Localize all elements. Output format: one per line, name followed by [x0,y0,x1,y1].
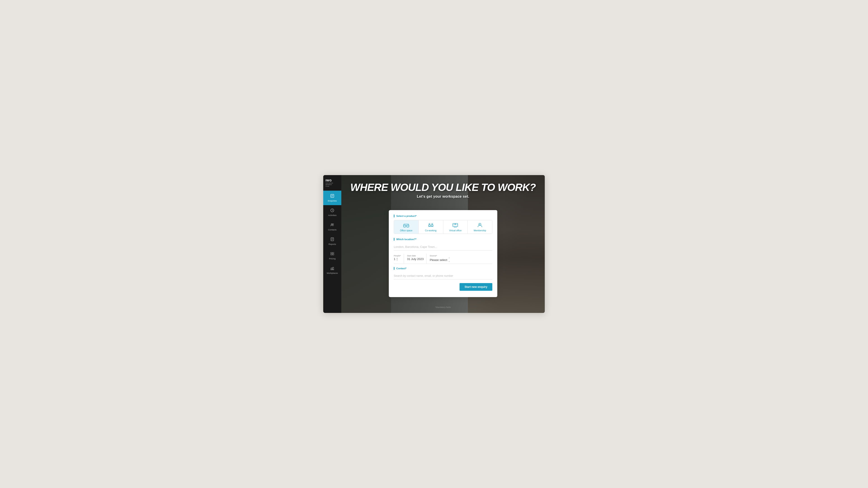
svg-point-37 [432,223,433,225]
pricing-icon [330,252,334,256]
location-input[interactable] [394,243,492,251]
people-value: 1 [394,257,395,261]
row-inputs: People* 1 ▲ ▼ Start date 31 July 2023 [394,254,492,264]
svg-rect-16 [333,254,334,255]
virtual-office-icon [452,223,458,228]
workplaces-icon [330,266,334,271]
svg-rect-20 [403,225,406,227]
svg-rect-15 [331,254,332,255]
tab-office-space-label: Office space [400,229,412,232]
enquiry-form: Select a product* [389,210,497,297]
hero-title: WHERE WOULD YOU LIKE TO WORK? [346,182,540,193]
logo: IWG International Workplace Group [323,175,341,191]
tab-membership[interactable]: Membership [468,220,492,234]
sidebar-item-reports[interactable]: Reports [323,234,341,249]
submit-row: Start new enquiry [394,283,492,291]
svg-line-6 [332,210,333,211]
svg-rect-30 [431,225,433,226]
sidebar-item-enquiries[interactable]: Enquiries [323,191,341,205]
contact-label: Contact* [394,267,492,270]
svg-rect-38 [453,223,458,227]
logo-main: IWG [326,179,332,182]
contact-input[interactable] [394,272,492,280]
start-date-label: Start date [407,255,424,257]
sidebar-item-label: Enquiries [328,199,337,202]
enquiries-icon [330,194,334,199]
start-date-group: Start date 31 July 2023 [404,254,427,264]
tab-office-space[interactable]: Office space [394,220,418,234]
people-down-arrow[interactable]: ▼ [396,259,398,261]
sidebar-item-workplaces[interactable]: Workplaces [323,263,341,278]
svg-rect-21 [407,225,409,227]
svg-rect-17 [331,268,332,270]
tab-virtual-office-label: Virtual office [449,229,462,232]
coworking-icon [428,223,434,228]
source-value: Please select [430,258,447,262]
svg-rect-13 [331,252,332,254]
sidebar-nav: Enquiries Activities [323,191,341,313]
select-product-label: Select a product* [394,215,492,217]
sidebar-item-label: Workplaces [327,272,338,274]
hero-section: WHERE WOULD YOU LIKE TO WORK? Let's get … [341,182,545,199]
tab-virtual-office[interactable]: Virtual office [443,220,468,234]
mandatory-note: *Mandatory fields [435,306,451,308]
sidebar-item-contacts[interactable]: Contacts [323,220,341,234]
main-content: WHERE WOULD YOU LIKE TO WORK? Let's get … [341,175,545,313]
office-space-icon [403,223,409,228]
svg-rect-14 [333,252,334,254]
people-label: People* [394,255,401,257]
membership-icon [477,223,483,228]
reports-icon [330,237,334,242]
hero-subtitle: Let's get your workspace set. [346,195,540,199]
sidebar: IWG International Workplace Group Enquir… [323,175,341,313]
people-value-row: 1 ▲ ▼ [394,257,401,261]
sidebar-item-activities[interactable]: Activities [323,205,341,220]
source-group: Source* Please select ⌃⌄ [426,254,453,264]
sidebar-item-label: Pricing [329,257,336,260]
sidebar-item-label: Reports [329,243,336,246]
tab-coworking-label: Co-working [425,229,436,232]
sidebar-item-label: Contacts [328,228,337,231]
svg-point-36 [429,223,430,225]
sidebar-item-label: Activities [328,214,336,217]
activities-icon [330,208,334,213]
source-dropdown-arrow: ⌃⌄ [448,257,450,262]
svg-rect-29 [429,225,430,226]
source-value-row[interactable]: Please select ⌃⌄ [430,257,450,262]
product-tabs: Office space [394,220,492,234]
people-group: People* 1 ▲ ▼ [394,254,404,264]
start-enquiry-button[interactable]: Start new enquiry [460,283,492,291]
svg-point-7 [331,224,333,225]
contact-section: Contact* [394,267,492,280]
source-label: Source* [430,255,450,257]
tab-coworking[interactable]: Co-working [418,220,443,234]
contacts-icon [330,223,334,228]
svg-point-43 [455,224,456,225]
sidebar-item-pricing[interactable]: Pricing [323,249,341,263]
tab-membership-label: Membership [474,229,486,232]
svg-point-8 [333,224,334,225]
location-section: Which location?* [394,238,492,251]
people-spinner[interactable]: ▲ ▼ [396,257,398,261]
start-date-value-row[interactable]: 31 July 2023 [407,257,424,261]
people-up-arrow[interactable]: ▲ [396,257,398,259]
location-label: Which location?* [394,238,492,240]
logo-sub: International Workplace Group [326,182,333,187]
svg-rect-18 [333,267,334,270]
start-date-value: 31 July 2023 [407,257,424,261]
app-container: IWG International Workplace Group Enquir… [323,175,545,313]
